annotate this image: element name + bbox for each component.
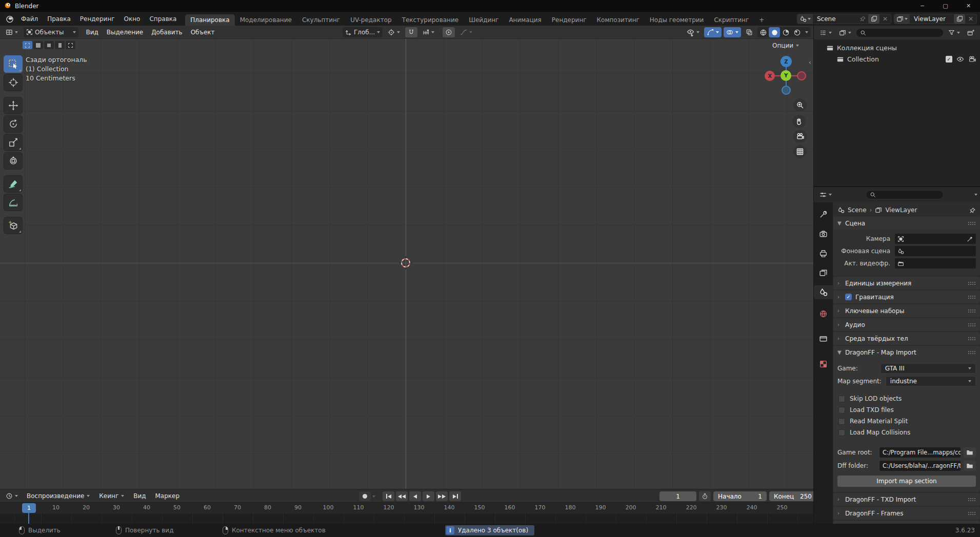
- tool-add-cube[interactable]: [4, 217, 23, 234]
- breadcrumb-viewlayer[interactable]: ViewLayer: [885, 206, 917, 214]
- eyedropper-icon[interactable]: [967, 236, 973, 242]
- tab-view-layer[interactable]: [815, 266, 832, 280]
- tool-cursor[interactable]: [4, 74, 23, 91]
- menu-item[interactable]: Справка: [145, 13, 181, 25]
- collection-label[interactable]: Collection: [847, 55, 879, 63]
- workspace-tab[interactable]: Рендеринг: [547, 14, 592, 26]
- playback-menu[interactable]: Воспроизведение: [24, 492, 93, 500]
- camera-view-icon[interactable]: [793, 130, 807, 143]
- panel-grip[interactable]: [968, 337, 976, 341]
- workspace-tab[interactable]: +: [754, 14, 769, 26]
- unlink-scene-icon[interactable]: ✕: [879, 14, 891, 24]
- folder-icon[interactable]: [964, 461, 976, 471]
- workspace-tab[interactable]: Шейдинг: [464, 14, 504, 26]
- jump-to-start-button[interactable]: [383, 491, 394, 501]
- collapsed-panel[interactable]: › ✓ Единицы измерения: [833, 277, 980, 290]
- zoom-icon[interactable]: [793, 98, 807, 112]
- gizmo-x-ball[interactable]: X: [765, 71, 775, 81]
- minimize-button[interactable]: ─: [911, 0, 934, 12]
- tool-select-box[interactable]: [4, 55, 23, 73]
- options-dropdown[interactable]: Опции: [772, 42, 799, 49]
- viewlayer-name[interactable]: ViewLayer: [910, 15, 954, 23]
- blender-menu-icon[interactable]: [3, 14, 16, 24]
- tab-world[interactable]: [815, 307, 832, 321]
- viewlayer-selector[interactable]: ViewLayer ✕: [894, 14, 977, 24]
- snap-target-dropdown[interactable]: [420, 27, 437, 37]
- auto-keying-toggle[interactable]: [359, 491, 371, 501]
- playhead[interactable]: 1: [22, 503, 36, 513]
- select-new-button[interactable]: [33, 41, 43, 49]
- gizmo-y-ball[interactable]: Y: [781, 70, 791, 81]
- maximize-button[interactable]: ▢: [934, 0, 957, 12]
- option-checkbox[interactable]: [838, 418, 845, 425]
- xray-toggle[interactable]: [743, 27, 755, 37]
- shading-material-button[interactable]: [780, 27, 791, 37]
- viewport-menu-item[interactable]: Вид: [82, 27, 102, 38]
- active-clip-field[interactable]: [895, 258, 976, 268]
- tab-scene[interactable]: [814, 285, 833, 299]
- tool-scale[interactable]: [4, 134, 23, 151]
- viewlayer-icon[interactable]: [894, 14, 910, 24]
- panel-grip[interactable]: [968, 498, 976, 502]
- gizmo-x-neg-ball[interactable]: [797, 71, 806, 80]
- viewport-menu-item[interactable]: Объект: [187, 27, 219, 38]
- option-checkbox[interactable]: [838, 429, 845, 436]
- timeline-ruler[interactable]: 1020304050607080901001101201301401501601…: [0, 503, 813, 524]
- menu-item[interactable]: Окно: [119, 13, 145, 25]
- panel-scene-header[interactable]: ▼ Сцена: [833, 217, 980, 230]
- mode-selector[interactable]: Объекты: [24, 27, 78, 37]
- game-root-field[interactable]: C:/Program File...mapps/common/: [879, 447, 961, 458]
- pin-icon[interactable]: [857, 14, 868, 24]
- dff-folder-field[interactable]: C:/Users/blaha/...ragonFF/tests/dff: [879, 461, 961, 471]
- outliner-filter-image-button[interactable]: [836, 28, 854, 38]
- scene-selector[interactable]: Scene ✕: [797, 14, 891, 24]
- workspace-tab[interactable]: Планировка: [185, 14, 234, 26]
- ortho-grid-icon[interactable]: [793, 145, 807, 158]
- pivot-point-dropdown[interactable]: [385, 27, 403, 37]
- collapsed-panel[interactable]: › ✓ Ключевые наборы: [833, 304, 980, 317]
- jump-to-end-button[interactable]: [449, 491, 461, 501]
- tab-collection[interactable]: [815, 332, 832, 345]
- camera-field[interactable]: [895, 234, 976, 244]
- pin-icon[interactable]: [969, 207, 976, 214]
- viewport-menu-item[interactable]: Добавить: [147, 27, 186, 38]
- proportional-falloff-dropdown[interactable]: [457, 27, 475, 37]
- option-row[interactable]: Load TXD files: [838, 406, 976, 414]
- option-checkbox[interactable]: [838, 396, 845, 402]
- timeline-marker-menu[interactable]: Маркер: [152, 492, 183, 500]
- collapsed-panel[interactable]: › ✓ Аудио: [833, 318, 980, 331]
- shading-rendered-button[interactable]: [791, 27, 803, 37]
- gizmo-z-ball[interactable]: Z: [781, 56, 792, 67]
- timeline-editor-type-button[interactable]: [3, 491, 21, 501]
- outliner-search-input[interactable]: [856, 28, 944, 37]
- scene-icon[interactable]: [797, 14, 813, 24]
- shading-dropdown-icon[interactable]: [805, 31, 808, 33]
- panel-grip[interactable]: [968, 309, 976, 313]
- timeline-view-menu[interactable]: Вид: [130, 492, 149, 500]
- select-intersect-button[interactable]: [66, 41, 75, 49]
- outliner-display-mode-button[interactable]: [817, 28, 834, 38]
- new-scene-copy-icon[interactable]: [868, 14, 879, 24]
- keying-menu[interactable]: Кеинг: [96, 492, 127, 500]
- panel-map-import-header[interactable]: ▼ DragonFF - Map Import: [833, 346, 980, 359]
- tool-rotate[interactable]: [4, 115, 23, 133]
- collapsed-panel[interactable]: › DragonFF - Frames: [833, 507, 980, 520]
- transform-orientation-dropdown[interactable]: Глоб...: [343, 27, 383, 37]
- background-scene-field[interactable]: [895, 246, 976, 256]
- play-reverse-button[interactable]: [409, 491, 421, 501]
- tool-transform[interactable]: [4, 152, 23, 170]
- breadcrumb-scene[interactable]: Scene: [848, 206, 867, 214]
- next-keyframe-button[interactable]: [436, 491, 448, 501]
- map-segment-select[interactable]: industne: [886, 376, 976, 386]
- keying-dropdown-icon[interactable]: [372, 495, 375, 498]
- camera-visibility-icon[interactable]: [968, 55, 976, 63]
- select-extend-button[interactable]: [44, 41, 54, 49]
- proportional-editing-toggle[interactable]: [443, 27, 455, 37]
- pan-hand-icon[interactable]: [792, 115, 806, 128]
- gizmo-z-neg-ball[interactable]: [782, 86, 791, 95]
- select-subtract-button[interactable]: [55, 41, 65, 49]
- use-preview-range-icon[interactable]: [699, 491, 711, 501]
- scene-name[interactable]: Scene: [813, 15, 857, 23]
- snap-toggle[interactable]: [405, 27, 417, 37]
- new-viewlayer-icon[interactable]: [954, 14, 965, 24]
